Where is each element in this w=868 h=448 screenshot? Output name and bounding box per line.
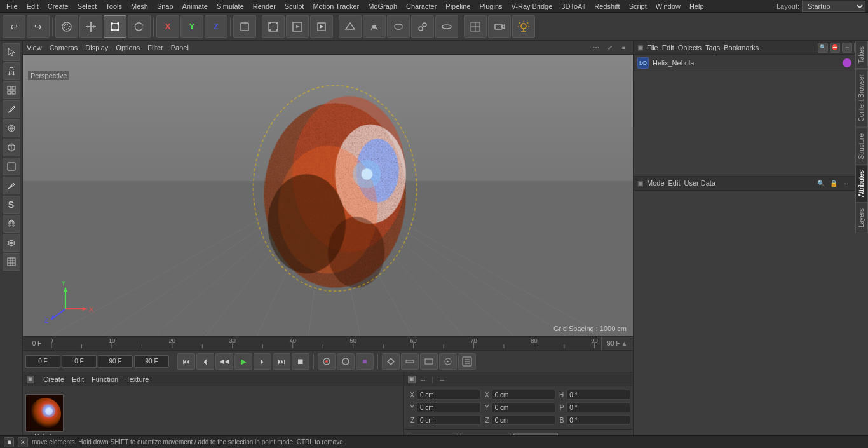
- om-menu-objects[interactable]: Objects: [678, 44, 702, 51]
- menu-window[interactable]: Window: [652, 2, 684, 11]
- om-lock-icon[interactable]: ⛔: [830, 43, 840, 53]
- sidebar-btn-grid2[interactable]: [3, 253, 20, 271]
- menu-3dtoall[interactable]: 3DToAll: [557, 2, 589, 11]
- scale-key-button[interactable]: [420, 353, 438, 370]
- coord-h-field[interactable]: 0 °: [566, 390, 630, 400]
- deformer-button[interactable]: [387, 15, 410, 38]
- mat-menu-edit[interactable]: Edit: [72, 376, 84, 383]
- play-reverse-button[interactable]: ◀◀: [215, 353, 233, 370]
- layout-dropdown[interactable]: Startup: [802, 1, 865, 12]
- y-axis-button[interactable]: Y: [180, 15, 203, 38]
- sidebar-btn-knife[interactable]: [3, 100, 20, 118]
- step-forward-button[interactable]: ⏵: [254, 353, 271, 370]
- goto-start-button[interactable]: ⏮: [177, 353, 195, 370]
- axis-move-button[interactable]: [79, 15, 102, 38]
- coord-z-pos-field[interactable]: 0 cm: [417, 415, 481, 425]
- attrs-lock-icon[interactable]: 🔒: [829, 178, 839, 188]
- menu-file[interactable]: File: [3, 2, 22, 11]
- viewport-menu-panel[interactable]: Panel: [171, 44, 189, 51]
- menu-edit[interactable]: Edit: [23, 2, 43, 11]
- sidebar-btn-cube[interactable]: [3, 139, 20, 156]
- light-button[interactable]: [512, 15, 535, 38]
- viewport-3d[interactable]: X Y Z Perspective Grid Spacing : 1000 cm: [23, 55, 633, 336]
- sidebar-btn-layers[interactable]: [3, 234, 20, 252]
- menu-script[interactable]: Script: [625, 2, 651, 11]
- timeline-ruler[interactable]: 0 10 20 30 40 50 60 70 80 90: [51, 337, 601, 350]
- attrs-search-icon[interactable]: 🔍: [816, 178, 826, 188]
- timeline-end-arrow[interactable]: ▲: [621, 340, 628, 347]
- record-button[interactable]: [318, 353, 336, 370]
- menu-create[interactable]: Create: [44, 2, 72, 11]
- keyframe-button[interactable]: [356, 353, 374, 370]
- scale-button[interactable]: [104, 15, 126, 38]
- menu-select[interactable]: Select: [74, 2, 101, 11]
- snap-button[interactable]: [382, 353, 400, 370]
- viewport-expand-icon[interactable]: ⤢: [605, 43, 615, 53]
- sidebar-btn-magnet[interactable]: [3, 215, 20, 233]
- sidebar-btn-grid[interactable]: [3, 81, 20, 99]
- viewport-menu-display[interactable]: Display: [85, 44, 108, 51]
- coord-p-field[interactable]: 0 °: [566, 402, 630, 412]
- undo-button[interactable]: ↩: [3, 15, 25, 38]
- motion-preview[interactable]: [439, 353, 457, 370]
- tab-structure[interactable]: Structure: [855, 128, 868, 165]
- playback-end-field[interactable]: 90 F: [134, 355, 169, 368]
- attrs-expand-icon[interactable]: ↔: [841, 178, 851, 188]
- coord-b-field[interactable]: 0 °: [566, 415, 630, 425]
- attrs-menu-edit[interactable]: Edit: [668, 179, 681, 187]
- om-search-icon[interactable]: 🔍: [818, 43, 828, 53]
- sidebar-btn-pen[interactable]: [3, 177, 20, 194]
- menu-sculpt[interactable]: Sculpt: [281, 2, 308, 11]
- om-menu-edit[interactable]: Edit: [662, 44, 674, 51]
- menu-help[interactable]: Help: [686, 2, 708, 11]
- menu-pipeline[interactable]: Pipeline: [442, 2, 474, 11]
- menu-character[interactable]: Character: [402, 2, 440, 11]
- menu-motion-tracker[interactable]: Motion Tracker: [309, 2, 363, 11]
- om-menu-bookmarks[interactable]: Bookmarks: [724, 44, 759, 51]
- render-button[interactable]: [310, 15, 333, 38]
- timeline-settings[interactable]: [458, 353, 476, 370]
- model-mode-button[interactable]: [55, 15, 78, 38]
- rotate-button[interactable]: [128, 15, 151, 38]
- play-button[interactable]: ▶: [234, 353, 252, 370]
- object-button[interactable]: [233, 15, 256, 38]
- om-menu-file[interactable]: File: [647, 44, 658, 51]
- sidebar-btn-cursor[interactable]: [3, 43, 20, 61]
- viewport-menu-options[interactable]: Options: [116, 44, 140, 51]
- camera-button[interactable]: [488, 15, 511, 38]
- menu-tools[interactable]: Tools: [102, 2, 126, 11]
- field-button[interactable]: [435, 15, 458, 38]
- x-axis-button[interactable]: X: [156, 15, 179, 38]
- coord-y-pos-field[interactable]: 0 cm: [417, 402, 481, 412]
- floor-button[interactable]: [464, 15, 487, 38]
- tab-content-browser[interactable]: Content Browser: [855, 69, 868, 127]
- create-spline-button[interactable]: [363, 15, 386, 38]
- attrs-menu-mode[interactable]: Mode: [647, 179, 665, 187]
- viewport-menu-filter[interactable]: Filter: [147, 44, 163, 51]
- menu-mograph[interactable]: MoGraph: [364, 2, 401, 11]
- render-region-button[interactable]: [262, 15, 285, 38]
- nebula-material-item[interactable]: Nebula: [25, 394, 64, 440]
- object-row[interactable]: LO Helix_Nebula: [634, 55, 868, 71]
- viewport-menu-view[interactable]: View: [27, 44, 42, 51]
- tab-takes[interactable]: Takes: [855, 41, 868, 69]
- playback-preview-end[interactable]: 90 F: [98, 355, 133, 368]
- menu-simulate[interactable]: Simulate: [213, 2, 248, 11]
- mat-menu-texture[interactable]: Texture: [126, 376, 149, 383]
- stop-button[interactable]: ⏹: [292, 353, 309, 370]
- status-info-icon[interactable]: ✕: [18, 437, 28, 447]
- tab-attributes[interactable]: Attributes: [855, 165, 868, 203]
- menu-animate[interactable]: Animate: [179, 2, 212, 11]
- tab-layers[interactable]: Layers: [855, 203, 868, 233]
- sidebar-btn-sphere[interactable]: [3, 119, 20, 137]
- coord-y-pos2-field[interactable]: 0 cm: [492, 402, 556, 412]
- menu-vray[interactable]: V-Ray Bridge: [508, 2, 557, 11]
- redo-button[interactable]: ↪: [27, 15, 50, 38]
- coord-x-pos-field[interactable]: 0 cm: [417, 390, 481, 400]
- object-tag[interactable]: [843, 58, 851, 67]
- move-key-button[interactable]: [401, 353, 419, 370]
- menu-redshift[interactable]: Redshift: [590, 2, 623, 11]
- attrs-menu-userdata[interactable]: User Data: [684, 179, 716, 187]
- sidebar-btn-paint[interactable]: [3, 62, 20, 80]
- z-axis-button[interactable]: Z: [205, 15, 227, 38]
